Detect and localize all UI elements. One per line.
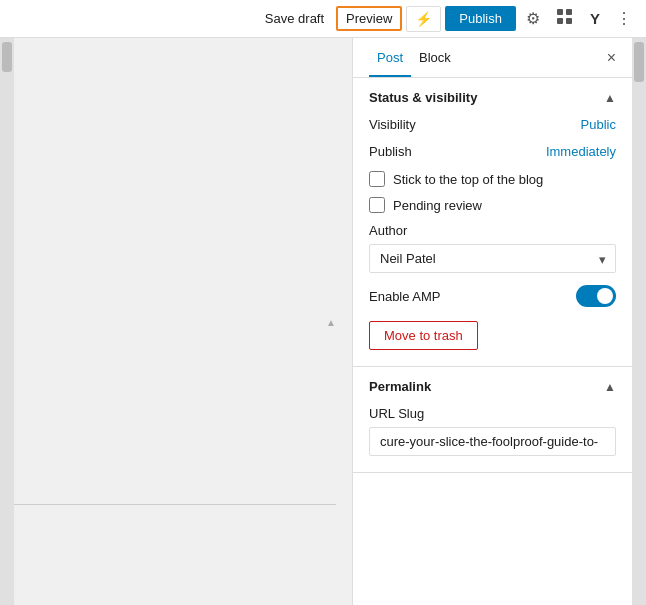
visibility-label: Visibility [369,117,416,132]
editor-area: ▲ [0,38,352,605]
permalink-header[interactable]: Permalink ▲ [353,367,632,406]
visibility-row: Visibility Public [369,117,616,132]
chevron-up-icon-permalink: ▲ [604,380,616,394]
move-to-trash-button[interactable]: Move to trash [369,321,478,350]
permalink-section: Permalink ▲ URL Slug [353,367,632,473]
enable-amp-label: Enable AMP [369,289,441,304]
close-panel-button[interactable]: × [603,45,620,71]
grid-icon [556,12,574,29]
url-slug-input[interactable] [369,427,616,456]
svg-rect-2 [557,18,563,24]
yoast-button[interactable]: Y [584,6,606,32]
pending-review-row: Pending review [369,197,616,213]
sidebar-panel: Post Block × Status & visibility ▲ Visib… [352,38,632,605]
stick-to-top-checkbox[interactable] [369,171,385,187]
stick-to-top-label[interactable]: Stick to the top of the blog [393,172,543,187]
author-select-wrapper: Neil Patel [369,244,616,273]
tab-post[interactable]: Post [369,38,411,77]
gear-button[interactable]: ⚙ [520,5,546,32]
more-icon: ⋮ [616,10,632,27]
preview-button[interactable]: Preview [336,6,402,31]
pending-review-checkbox[interactable] [369,197,385,213]
yoast-icon: Y [590,10,600,27]
panel-tabs: Post Block × [353,38,632,78]
chevron-up-icon: ▲ [604,91,616,105]
svg-rect-0 [557,9,563,15]
more-options-button[interactable]: ⋮ [610,5,638,32]
main-area: ▲ Post Block × Status & visibility ▲ Vis… [0,38,646,605]
gear-icon: ⚙ [526,10,540,27]
grid-button[interactable] [550,4,580,34]
tab-block[interactable]: Block [411,38,459,77]
svg-rect-3 [566,18,572,24]
status-visibility-header[interactable]: Status & visibility ▲ [353,78,632,117]
status-visibility-title: Status & visibility [369,90,477,105]
status-visibility-section: Status & visibility ▲ Visibility Public … [353,78,632,367]
lightning-button[interactable]: ⚡ [406,6,441,32]
stick-to-top-row: Stick to the top of the blog [369,171,616,187]
permalink-title: Permalink [369,379,431,394]
left-scrollbar[interactable] [0,38,14,605]
author-select[interactable]: Neil Patel [369,244,616,273]
status-visibility-body: Visibility Public Publish Immediately St… [353,117,632,366]
lightning-icon: ⚡ [415,11,432,27]
save-draft-button[interactable]: Save draft [257,7,332,30]
toolbar: Save draft Preview ⚡ Publish ⚙ Y ⋮ [0,0,646,38]
scroll-up-arrow[interactable]: ▲ [326,316,336,327]
right-scroll-thumb [634,42,644,82]
author-label: Author [369,223,616,238]
visibility-value[interactable]: Public [581,117,616,132]
publish-value[interactable]: Immediately [546,144,616,159]
publish-row: Publish Immediately [369,144,616,159]
author-field-group: Author Neil Patel [369,223,616,273]
right-scrollbar[interactable] [632,38,646,605]
enable-amp-toggle[interactable] [576,285,616,307]
publish-label: Publish [369,144,412,159]
url-slug-label: URL Slug [369,406,616,421]
permalink-body: URL Slug [353,406,632,472]
enable-amp-row: Enable AMP [369,285,616,307]
divider-line [14,504,336,505]
pending-review-label[interactable]: Pending review [393,198,482,213]
svg-rect-1 [566,9,572,15]
publish-button[interactable]: Publish [445,6,516,31]
left-scroll-thumb [2,42,12,72]
